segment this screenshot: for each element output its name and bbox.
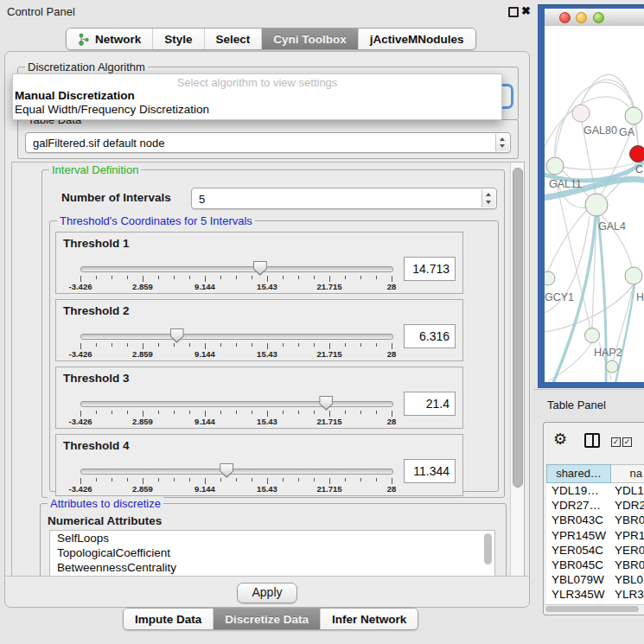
node-label: H	[636, 291, 644, 303]
minimize-traffic-light-icon[interactable]	[576, 12, 587, 23]
tab-discretize-data[interactable]: Discretize Data	[214, 609, 321, 629]
slider-tick	[143, 343, 143, 349]
slider-thumb[interactable]	[220, 463, 233, 478]
network-node-c[interactable]	[630, 146, 644, 163]
settings-scrollbar[interactable]	[510, 163, 524, 576]
slider-tick	[236, 478, 237, 481]
network-node-h[interactable]	[625, 267, 642, 284]
network-node-gcy1[interactable]	[545, 271, 555, 285]
attributes-list-scrollbar-thumb[interactable]	[484, 533, 492, 564]
number-of-intervals-combobox[interactable]: 5	[191, 188, 497, 209]
slider-tick	[112, 343, 112, 347]
cyni-toolbox-panel: Discretization Algorithm Select algorith…	[4, 51, 530, 608]
combobox-stepper-icon[interactable]	[481, 189, 495, 207]
cell-shared-name: YLR345W	[546, 587, 611, 602]
slider-tick	[314, 411, 315, 414]
network-canvas[interactable]: GAL80GACGAL11GAL4HGCY1HAP2	[545, 26, 644, 382]
columns-icon[interactable]	[584, 433, 600, 448]
close-traffic-light-icon[interactable]	[559, 12, 571, 23]
checkbox-icon[interactable]	[622, 437, 632, 447]
tab-label: Discretize Data	[225, 613, 309, 626]
network-window-titlebar[interactable]	[545, 9, 644, 27]
slider-tick	[236, 343, 237, 347]
table-data-combobox[interactable]: galFiltered.sif default node	[25, 132, 511, 153]
tab-network[interactable]: Network	[67, 29, 153, 49]
control-panel-titlebar: Control Panel ✖	[0, 0, 534, 24]
slider-thumb[interactable]	[319, 396, 333, 411]
combobox-stepper-icon[interactable]	[495, 134, 509, 151]
node-label: GAL4	[598, 220, 626, 233]
slider-tick-label: 21.715	[316, 349, 341, 359]
menu-item-manual-discretization[interactable]: Manual Discretization	[15, 89, 500, 103]
slider-tick	[252, 276, 252, 279]
settings-scrollbar-thumb[interactable]	[513, 168, 523, 488]
slider-thumb[interactable]	[253, 261, 267, 276]
table-hscrollbar-thumb[interactable]	[545, 606, 639, 612]
network-node[interactable]	[606, 360, 618, 373]
slider-tick	[360, 478, 361, 481]
panel-title: Control Panel	[7, 5, 75, 18]
threshold-value-input[interactable]	[404, 392, 456, 416]
tab-style[interactable]: Style	[153, 29, 204, 49]
menu-item-equal-width-frequency-discretization[interactable]: Equal Width/Frequency Discretization	[15, 103, 500, 117]
network-node-gal80[interactable]	[572, 105, 590, 122]
network-node-gal4[interactable]	[585, 194, 608, 216]
table-row[interactable]: YDL19…YDL1	[546, 483, 644, 498]
attribute-item-topologicalcoefficient[interactable]: TopologicalCoefficient	[50, 545, 494, 560]
close-panel-icon[interactable]: ✖	[521, 4, 531, 17]
threshold-value-input[interactable]	[404, 324, 456, 348]
attribute-item-betweennesscentrality[interactable]: BetweennessCentrality	[50, 560, 494, 575]
table-row[interactable]: YBR045CYBR0	[546, 558, 644, 572]
network-node-ga[interactable]	[625, 107, 642, 124]
cell-name: YDR2	[611, 498, 644, 513]
slider-tick	[252, 478, 252, 481]
float-panel-icon[interactable]	[508, 7, 519, 17]
network-edge	[555, 175, 590, 328]
tab-jactivemnodules[interactable]: jActiveMNodules	[359, 29, 475, 49]
top-tab-bar: NetworkStyleSelectCyni ToolboxjActiveMNo…	[66, 28, 476, 50]
slider-tick	[96, 276, 97, 279]
zoom-traffic-light-icon[interactable]	[593, 12, 604, 23]
tab-cyni-toolbox[interactable]: Cyni Toolbox	[262, 29, 359, 49]
threshold-value-input[interactable]	[404, 257, 456, 281]
slider-tick-label: -3.426	[69, 417, 92, 426]
slider-track[interactable]	[80, 401, 393, 407]
column-header-shared-[interactable]: shared…	[546, 464, 611, 483]
slider-track[interactable]	[80, 334, 393, 340]
slider-tick	[112, 276, 112, 279]
tab-infer-network[interactable]: Infer Network	[321, 609, 418, 629]
attribute-item-selfloops[interactable]: SelfLoops	[50, 531, 494, 545]
slider-track[interactable]	[80, 469, 393, 475]
column-header-na[interactable]: na	[611, 464, 644, 483]
cell-shared-name: YBL079W	[546, 572, 611, 587]
tab-select[interactable]: Select	[205, 29, 263, 49]
slider-tick	[127, 478, 128, 481]
tab-impute-data[interactable]: Impute Data	[124, 609, 214, 629]
slider-tick	[205, 411, 206, 417]
table-row[interactable]: YDR27…YDR2	[546, 498, 644, 513]
checkbox-icon[interactable]	[611, 437, 621, 447]
table-horizontal-scrollbar[interactable]	[544, 604, 644, 614]
network-node-gal11[interactable]	[546, 157, 564, 175]
slider-tick-label: 9.144	[194, 484, 215, 494]
network-node-hap2[interactable]	[585, 328, 600, 343]
slider-tick-label: 21.715	[316, 417, 341, 426]
table-row[interactable]: YPR145WYPR1	[546, 528, 644, 543]
table-row[interactable]: YER054CYER0	[546, 543, 644, 558]
threshold-value-input[interactable]	[404, 459, 456, 483]
slider-tick	[96, 411, 97, 414]
gear-icon[interactable]: ⚙	[553, 430, 567, 449]
table-row[interactable]: YBL079WYBL0	[546, 572, 644, 587]
threshold-label: Threshold 4	[63, 439, 130, 452]
slider-thumb[interactable]	[170, 328, 184, 343]
slider-tick	[220, 478, 221, 481]
table-row[interactable]: YBR043CYBR0	[546, 513, 644, 527]
slider-tick	[236, 276, 237, 279]
slider-tick	[174, 478, 175, 481]
apply-button[interactable]: Apply	[237, 583, 297, 603]
slider-track[interactable]	[80, 266, 393, 272]
table-row[interactable]: YLR345WYLR3	[546, 587, 644, 602]
table-header-row: shared…na	[546, 464, 644, 483]
network-edge	[548, 210, 587, 271]
slider-tick	[345, 276, 346, 279]
